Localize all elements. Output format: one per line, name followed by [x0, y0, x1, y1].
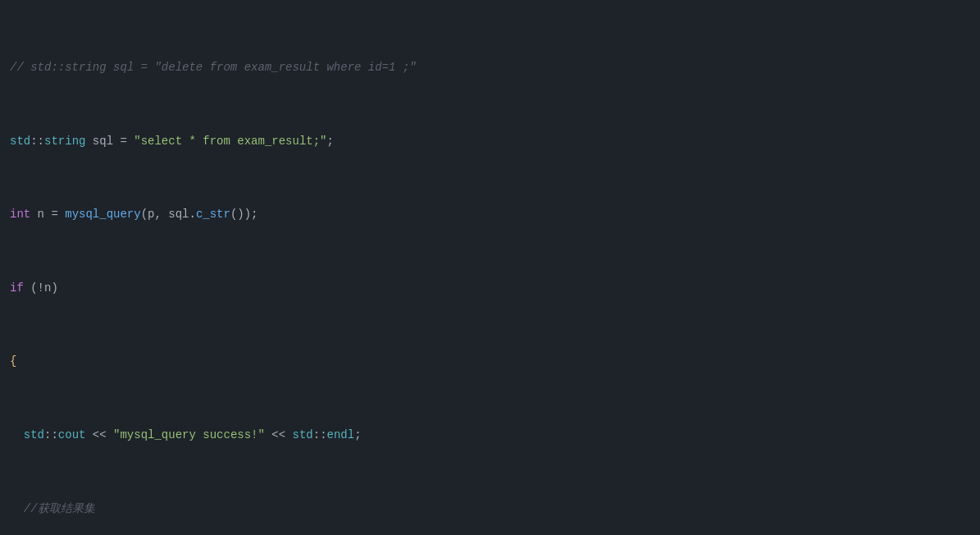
code-line-3: int n = mysql_query(p, sql.c_str()); — [0, 205, 980, 223]
code-line-1: // std::string sql = "delete from exam_r… — [0, 58, 980, 76]
code-line-5: { — [0, 352, 980, 370]
code-line-2: std::string sql = "select * from exam_re… — [0, 132, 980, 150]
code-line-7: //获取结果集 — [0, 500, 980, 518]
code-line-6: std::cout << "mysql_query success!" << s… — [0, 426, 980, 444]
code-editor[interactable]: // std::string sql = "delete from exam_r… — [0, 0, 980, 535]
code-line-4: if (!n) — [0, 279, 980, 297]
